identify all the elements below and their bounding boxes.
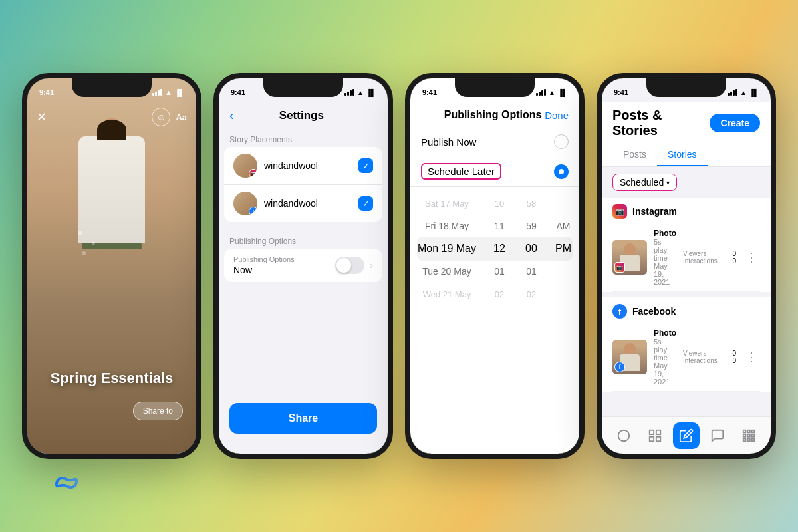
hour-row-4: 01	[483, 260, 515, 283]
facebook-label: Facebook	[632, 306, 676, 317]
date-time-picker[interactable]: Sat 17 May Fri 18 May Mon 19 May Tue 20 …	[410, 187, 579, 311]
scheduled-dropdown[interactable]: Scheduled ▾	[612, 174, 677, 191]
posts-header: Posts & Stories Create Posts Stories	[602, 102, 771, 167]
nav-compose[interactable]	[673, 422, 700, 449]
battery-icon-4: ▐▌	[749, 89, 759, 96]
emoji-icon[interactable]: ☺	[152, 108, 170, 126]
publishing-toggle[interactable]	[335, 257, 364, 274]
share-to-button[interactable]: Share to	[133, 402, 183, 420]
account-name-fb: windandwool	[264, 198, 358, 209]
avatar-fb: f	[233, 192, 257, 215]
minute-col[interactable]: 58 59 00 01 02	[515, 192, 547, 305]
tab-stories[interactable]: Stories	[657, 144, 708, 166]
battery-icon-3: ▐▌	[558, 89, 567, 96]
checkbox-ig[interactable]: ✓	[358, 158, 373, 173]
nav-grid[interactable]	[642, 422, 668, 449]
back-button[interactable]: ‹	[229, 108, 234, 123]
phone-3-publishing: 9:41 ▲ ▐▌ Publishin	[405, 73, 585, 459]
story-icons: ☺ Aa	[152, 108, 187, 126]
nav-bar-2: ‹ Settings	[219, 102, 388, 128]
publishing-row[interactable]: Publishing Options Now ›	[224, 249, 382, 282]
svg-rect-3	[650, 436, 654, 440]
posts-title: Posts & Stories	[612, 108, 710, 138]
publish-now-radio[interactable]	[554, 134, 569, 149]
post-info-fb: Photo 5s play time May 19, 2021	[654, 329, 676, 386]
fb-post-badge: f	[614, 362, 625, 372]
date-col[interactable]: Sat 17 May Fri 18 May Mon 19 May Tue 20 …	[410, 192, 483, 305]
min-row-4: 01	[515, 260, 547, 283]
hour-row-5: 02	[483, 283, 515, 305]
interactions-value-fb: 0	[732, 357, 736, 364]
tab-posts[interactable]: Posts	[612, 144, 657, 166]
share-button[interactable]: Share	[229, 403, 377, 434]
instagram-section: 📷 Instagram 📷 Photo 5s play time May 19,…	[602, 198, 771, 292]
picker-columns: Sat 17 May Fri 18 May Mon 19 May Tue 20 …	[410, 192, 579, 305]
phones-container: 9:41 ▲ ▐▌ ✕	[9, 60, 789, 472]
done-button[interactable]: Done	[545, 110, 569, 121]
schedule-later-row[interactable]: Schedule Later	[410, 156, 579, 187]
account-row-fb[interactable]: f windandwool ✓	[224, 185, 382, 222]
status-icons-2: ▲ ▐▌	[344, 89, 376, 96]
close-button[interactable]: ✕	[37, 110, 47, 124]
more-dots-ig[interactable]: ⋮	[743, 250, 760, 265]
instagram-header: 📷 Instagram	[612, 198, 760, 223]
status-bar-2: 9:41 ▲ ▐▌	[219, 78, 388, 102]
logo-container	[47, 473, 86, 499]
svg-rect-13	[751, 438, 754, 441]
ig-badge: 📷	[249, 169, 257, 178]
date-row-4: Tue 20 May	[410, 260, 483, 283]
schedule-later-label[interactable]: Schedule Later	[421, 163, 501, 180]
dot3	[82, 251, 86, 255]
share-btn-container: Share	[229, 403, 377, 434]
account-row-ig[interactable]: 📷 windandwool ✓	[224, 147, 382, 185]
instagram-post-item[interactable]: 📷 Photo 5s play time May 19, 2021 Viewer…	[612, 223, 760, 292]
hour-row-3: 12	[483, 237, 515, 260]
time-1: 9:41	[39, 88, 54, 96]
dropdown-arrow: ▾	[666, 179, 670, 186]
facebook-icon: f	[612, 304, 627, 319]
nav-apps[interactable]	[735, 422, 762, 449]
viewers-value-ig: 0	[732, 250, 736, 257]
tabs-row: Posts Stories	[612, 144, 760, 166]
ig-post-badge: 📷	[614, 262, 625, 273]
status-bar-3: 9:41 ▲ ▐▌	[410, 78, 579, 102]
settings-title: Settings	[239, 109, 364, 122]
min-row-3: 00	[515, 237, 547, 260]
min-row-1: 58	[515, 192, 547, 215]
hour-col[interactable]: 10 11 12 01 02	[483, 192, 515, 305]
nav-home[interactable]	[610, 422, 637, 449]
post-meta2-ig: May 19, 2021	[654, 262, 676, 286]
pub-value: Now	[233, 265, 335, 275]
interactions-row-fb: Interactions 0	[683, 357, 736, 364]
wifi-icon-1: ▲	[165, 88, 172, 96]
ampm-row-2: AM	[547, 215, 579, 237]
nav-chat[interactable]	[704, 422, 731, 449]
hour-row-2: 11	[483, 215, 515, 237]
ampm-row-5	[547, 283, 579, 305]
ampm-row-4	[547, 260, 579, 283]
create-button[interactable]: Create	[710, 114, 760, 132]
facebook-post-item[interactable]: f Photo 5s play time May 19, 2021 Viewer…	[612, 323, 760, 392]
signal-icon-3	[536, 89, 546, 96]
status-icons-1: ▲ ▐▌	[152, 88, 184, 96]
time-4: 9:41	[614, 88, 628, 96]
more-dots-fb[interactable]: ⋮	[743, 350, 760, 364]
checkbox-fb[interactable]: ✓	[358, 196, 373, 211]
pub-options-header: Publishing Options Done	[410, 102, 579, 128]
story-placements-card: 📷 windandwool ✓ f windandwool ✓	[224, 147, 382, 222]
svg-rect-4	[656, 436, 660, 440]
status-bar-1: 9:41 ▲ ▐▌	[27, 78, 196, 102]
wifi-icon-3: ▲	[549, 89, 555, 96]
ampm-col[interactable]: AM PM	[547, 192, 579, 305]
scheduled-label: Scheduled	[620, 177, 664, 188]
ampm-row-3: PM	[547, 237, 579, 260]
schedule-later-radio[interactable]	[554, 164, 569, 179]
publish-now-row[interactable]: Publish Now	[410, 128, 579, 156]
interactions-value-ig: 0	[732, 257, 736, 265]
aa-button[interactable]: Aa	[176, 112, 187, 122]
status-icons-4: ▲ ▐▌	[728, 89, 759, 96]
post-type-fb: Photo	[654, 329, 676, 338]
status-bar-4: 9:41 ▲ ▐▌	[602, 78, 771, 102]
story-header: ✕ ☺ Aa	[27, 102, 196, 132]
story-placements-label: Story Placements	[219, 128, 388, 147]
